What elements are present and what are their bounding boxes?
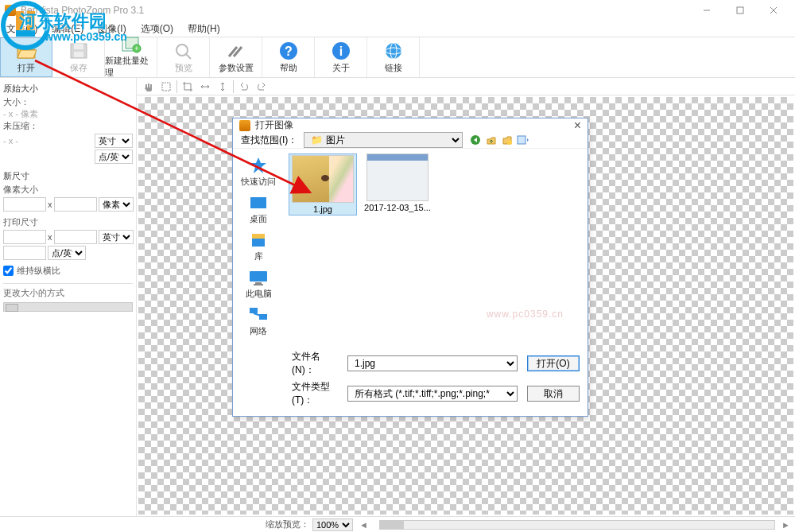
crop-tool-icon[interactable] [180, 80, 195, 94]
preview-button[interactable]: 预览 [157, 37, 210, 77]
undo-icon[interactable] [237, 80, 251, 94]
zoom-select[interactable]: 100% [312, 518, 353, 531]
place-quick-access[interactable]: 快速访问 [233, 153, 284, 189]
menu-help[interactable]: 帮助(H) [188, 22, 220, 36]
about-label: 关于 [332, 62, 350, 74]
dialog-cancel-button[interactable]: 取消 [527, 386, 580, 402]
place-desktop[interactable]: 桌面 [233, 191, 284, 227]
place-libraries[interactable]: 库 [233, 228, 284, 264]
toolbar: 打开 保存 + 新建批量处理 预览 参数设置 ? 帮助 i 关于 链接 [0, 37, 795, 78]
pixel-width-input[interactable] [3, 197, 46, 212]
pc-icon [246, 267, 270, 288]
app-title: BenVista PhotoZoom Pro 3.1 [21, 5, 144, 16]
help-button[interactable]: ? 帮助 [262, 37, 315, 77]
dialog-close-button[interactable]: × [574, 119, 581, 132]
star-icon [246, 155, 270, 176]
svg-line-16 [186, 54, 191, 59]
desktop-icon [246, 192, 270, 213]
svg-rect-26 [162, 83, 170, 91]
file-thumbnail [366, 153, 429, 201]
new-folder-icon[interactable] [501, 134, 514, 146]
dialog-title: 打开图像 [255, 118, 293, 132]
svg-rect-34 [250, 271, 267, 282]
back-icon[interactable] [469, 134, 482, 146]
link-button[interactable]: 链接 [367, 37, 420, 77]
batch-button[interactable]: + 新建批量处理 [105, 37, 157, 77]
unit-dpi-select[interactable]: 点/英寸 [95, 150, 133, 164]
size-label: 大小： [3, 96, 133, 108]
svg-text:?: ? [285, 45, 293, 58]
about-button[interactable]: i 关于 [315, 37, 367, 77]
place-network[interactable]: 网络 [233, 303, 284, 339]
x-separator: x [48, 200, 52, 209]
network-icon [246, 305, 270, 325]
svg-rect-33 [252, 234, 265, 239]
zoom-prev-icon[interactable]: ◄ [359, 520, 368, 530]
file-item[interactable]: 1.jpg [289, 153, 357, 216]
flip-h-icon[interactable] [198, 80, 212, 94]
window-titlebar: BenVista PhotoZoom Pro 3.1 [0, 0, 795, 21]
close-button[interactable] [757, 0, 790, 21]
filetype-select[interactable]: 所有格式 (*.tif;*.tiff;*.png;*.ping;* [347, 386, 518, 402]
svg-rect-1 [737, 7, 743, 14]
print-height-input[interactable] [54, 230, 97, 244]
pixels-readout: - x - 像素 [3, 108, 133, 120]
settings-button[interactable]: 参数设置 [210, 37, 262, 77]
resize-method-slider[interactable] [3, 302, 133, 312]
zoom-scrollbar[interactable] [379, 520, 775, 530]
resize-method-section[interactable]: 更改大小的方式 [3, 283, 133, 299]
flip-v-icon[interactable] [215, 80, 230, 94]
hand-tool-icon[interactable] [142, 80, 156, 94]
up-icon[interactable] [485, 134, 498, 146]
menubar: 文件(F) 编辑(E) 图像(I) 选项(O) 帮助(H) [0, 21, 795, 37]
dialog-places-bar: 快速访问 桌面 库 此电脑 网络 [233, 149, 284, 344]
dialog-file-list[interactable]: 1.jpg 2017-12-03_15... www.pc0359.cn [284, 149, 588, 344]
batch-icon: + [120, 36, 142, 53]
dialog-watermark: www.pc0359.cn [487, 309, 564, 320]
uncompressed-label: 未压缩： [3, 120, 133, 132]
original-size-header: 原始大小 [3, 83, 133, 95]
menu-file[interactable]: 文件(F) [6, 22, 37, 36]
print-unit-select[interactable]: 英寸 [99, 230, 134, 244]
dpi-unit-select[interactable]: 点/英寸 [48, 246, 86, 260]
file-name: 1.jpg [313, 204, 332, 214]
save-button[interactable]: 保存 [52, 37, 105, 77]
minimize-button[interactable] [690, 0, 723, 21]
menu-edit[interactable]: 编辑(E) [52, 22, 83, 36]
dialog-app-icon [239, 120, 250, 131]
help-label: 帮助 [280, 62, 297, 74]
marquee-tool-icon[interactable] [159, 80, 173, 94]
view-menu-icon[interactable] [517, 134, 529, 146]
statusbar: 缩放预览： 100% ◄ ► [0, 516, 795, 532]
left-panel: 原始大小 大小： - x - 像素 未压缩： - x - 英寸 点/英寸 新尺寸… [0, 78, 137, 516]
filetype-label: 文件类型(T)： [292, 380, 343, 407]
open-button[interactable]: 打开 [0, 37, 52, 77]
dialog-open-button[interactable]: 打开(O) [527, 355, 580, 371]
aspect-ratio-label: 维持纵横比 [17, 265, 60, 277]
menu-options[interactable]: 选项(O) [141, 22, 173, 36]
maximize-button[interactable] [723, 0, 757, 21]
svg-point-23 [386, 43, 401, 59]
file-item[interactable]: 2017-12-03_15... [363, 153, 432, 212]
pixel-height-input[interactable] [54, 197, 97, 212]
svg-text:+: + [134, 45, 138, 52]
dimension-dash: - x - [3, 136, 18, 146]
dpi-input[interactable] [3, 246, 46, 260]
zoom-next-icon[interactable]: ► [781, 520, 790, 530]
menu-image[interactable]: 图像(I) [98, 22, 126, 36]
settings-label: 参数设置 [219, 62, 254, 74]
folder-open-icon [15, 41, 37, 60]
place-this-pc[interactable]: 此电脑 [233, 266, 284, 301]
svg-text:i: i [339, 45, 342, 58]
floppy-disk-icon [68, 41, 90, 60]
redo-icon[interactable] [254, 80, 269, 94]
unit-inch-select[interactable]: 英寸 [95, 134, 133, 148]
look-in-select[interactable]: 📁 图片 [304, 132, 463, 148]
dialog-titlebar[interactable]: 打开图像 × [233, 118, 588, 132]
pixel-unit-select[interactable]: 像素 [99, 197, 134, 212]
filename-input[interactable]: 1.jpg [347, 355, 518, 371]
aspect-ratio-checkbox[interactable] [3, 266, 14, 276]
svg-rect-37 [250, 308, 258, 313]
file-thumbnail [292, 155, 354, 203]
print-width-input[interactable] [3, 230, 46, 244]
